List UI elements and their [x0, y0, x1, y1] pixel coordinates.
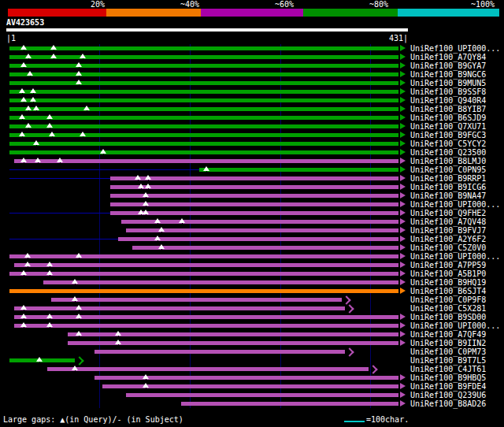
hit-label[interactable]: UniRef100_B9IIN2 [410, 339, 486, 347]
hit-label[interactable]: UniRef100_A7PP59 [410, 261, 486, 269]
hit-label[interactable]: UniRef100_B9SD00 [410, 313, 486, 321]
gaps-legend: Large gaps: ▲(in Query)/- (in Subject) [3, 415, 183, 424]
hit-label[interactable]: UniRef100_C0P9F8 [410, 295, 486, 304]
hit-label[interactable]: UniRef100_A7QY84 [410, 53, 486, 61]
hit-label[interactable]: UniRef100_B9ICG6 [410, 183, 486, 191]
hit-label[interactable]: UniRef100_C0PM73 [410, 347, 486, 356]
hit-label[interactable]: UniRef100_B9FGC3 [410, 131, 486, 139]
hit-label[interactable]: UniRef100_B9FVJ7 [410, 226, 486, 235]
hit-label[interactable]: UniRef100_B9NGC6 [410, 70, 486, 79]
hit-label[interactable]: UniRef100_Q7XU71 [410, 122, 486, 131]
hit-label[interactable]: UniRef100_Q940R4 [410, 96, 486, 105]
hit-label[interactable]: UniRef100_B8LMJ0 [410, 157, 486, 165]
hit-label[interactable]: UniRef100_Q9FHE2 [410, 209, 486, 217]
hit-label[interactable]: UniRef100_UPI000... [410, 200, 500, 209]
hit-label[interactable]: UniRef100_Q239U6 [410, 391, 486, 399]
hit-label[interactable]: UniRef100_B8YIB7 [410, 105, 486, 113]
hit-label[interactable]: UniRef100_UPI000... [410, 44, 500, 53]
hit-label[interactable]: UniRef100_A7QV48 [410, 217, 486, 226]
hit-label[interactable]: UniRef100_C5Z0V0 [410, 243, 486, 252]
hit-label[interactable]: UniRef100_A7QF49 [410, 330, 486, 339]
hit-label[interactable]: UniRef100_B9NA47 [410, 191, 486, 200]
hit-label[interactable]: UniRef100_B9RRP1 [410, 174, 486, 183]
hit-label[interactable]: UniRef100_C0PN95 [410, 165, 486, 174]
hit-label[interactable]: UniRef100_B6SJT4 [410, 287, 486, 295]
hit-label[interactable]: UniRef100_B9FDE4 [410, 382, 486, 391]
hit-label[interactable]: UniRef100_C5YCY2 [410, 139, 486, 148]
hit-label[interactable]: UniRef100_UPI000... [410, 321, 500, 330]
hit-label[interactable]: UniRef100_B9SSF8 [410, 87, 486, 96]
scale-legend-text: =100char. [366, 415, 409, 424]
hit-label[interactable]: UniRef100_Q23500 [410, 148, 486, 157]
scale-legend-line-icon [344, 421, 365, 422]
hit-label[interactable]: UniRef100_B9HBQ5 [410, 373, 486, 382]
hit-label[interactable]: UniRef100_C4JT61 [410, 365, 486, 373]
hit-label[interactable]: UniRef100_B9HQ19 [410, 278, 486, 287]
hit-label[interactable]: UniRef100_B9GYA7 [410, 61, 486, 70]
hit-label[interactable]: UniRef100_B8AD26 [410, 399, 486, 408]
hit-label[interactable]: UniRef100_B6SJD9 [410, 113, 486, 122]
hit-labels-column: UniRef100_UPI000...UniRef100_A7QY84UniRe… [0, 0, 504, 427]
hit-label[interactable]: UniRef100_A2Y6F2 [410, 235, 486, 243]
hit-label[interactable]: UniRef100_UPI000... [410, 252, 500, 261]
hit-label[interactable]: UniRef100_B9T7L5 [410, 356, 486, 365]
hit-label[interactable]: UniRef100_C5X281 [410, 304, 486, 313]
hit-label[interactable]: UniRef100_B9MUN5 [410, 79, 486, 87]
blast-overview-screen: 20%~40%~60%~80%~100% AV423653 |1 431| Un… [0, 0, 504, 427]
hit-label[interactable]: UniRef100_A5B1P0 [410, 269, 486, 278]
